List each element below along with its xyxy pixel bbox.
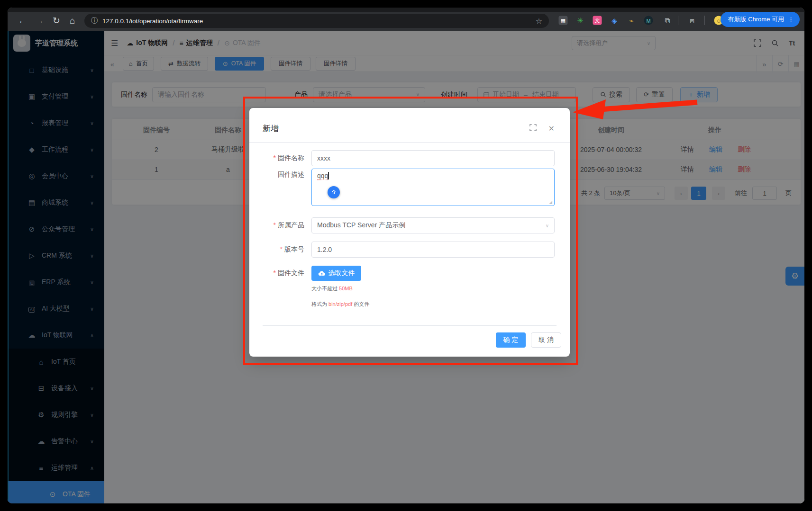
url-bar[interactable]: ⓘ 127.0.0.1/iot/operation/ota/firmware ☆ [84, 14, 549, 28]
version-field[interactable] [311, 242, 555, 258]
ime-indicator-icon [328, 186, 340, 198]
bookmark-star-icon[interactable]: ☆ [536, 17, 542, 26]
upload-cloud-icon [318, 270, 326, 277]
dialog-title: 新增 [263, 123, 279, 134]
file-size-hint: 大小不超过 50MB [311, 285, 353, 292]
site-info-icon[interactable]: ⓘ [91, 17, 98, 25]
browser-home-icon[interactable]: ⌂ [70, 16, 75, 25]
field-label-product: 所属产品 [249, 221, 304, 230]
browser-back-icon[interactable]: ← [18, 16, 27, 25]
ext-grid-icon[interactable]: ▦ [559, 16, 568, 25]
dialog-fullscreen-icon[interactable] [529, 124, 537, 133]
extensions-puzzle-icon[interactable]: ⧉ [663, 16, 672, 25]
file-size-limit: 50MB [339, 286, 353, 291]
browser-chrome: ← → ↻ ⌂ ⓘ 127.0.0.1/iot/operation/ota/fi… [8, 8, 804, 31]
select-file-button[interactable]: 选取文件 [311, 266, 361, 281]
product-select-field[interactable]: Modbus TCP Server 产品示例∨ [311, 217, 555, 233]
chrome-separator [704, 16, 705, 25]
cancel-button[interactable]: 取 消 [531, 332, 561, 348]
select-file-label: 选取文件 [328, 269, 355, 278]
dialog-header-divider [249, 142, 570, 143]
firmware-desc-textarea[interactable]: qqq ◢ [311, 169, 555, 206]
field-label-firmware-desc: 固件描述 [249, 170, 304, 179]
chrome-update-button[interactable]: 有新版 Chrome 可用 ⋮ [721, 12, 800, 27]
chrome-update-label: 有新版 Chrome 可用 [728, 15, 784, 24]
dialog-footer-divider [263, 325, 557, 326]
product-value: Modbus TCP Server 产品示例 [317, 221, 405, 230]
version-value[interactable] [317, 246, 549, 253]
chrome-menu-icon[interactable]: ⋮ [788, 16, 794, 23]
ext-kite-icon[interactable]: ◈ [610, 16, 619, 25]
file-format-hint: 格式为 bin/zip/pdf 的文件 [311, 301, 369, 308]
resize-handle[interactable]: ◢ [549, 200, 552, 205]
field-label-firmware-name: 固件名称 [249, 154, 304, 162]
screenshot-stage: ← → ↻ ⌂ ⓘ 127.0.0.1/iot/operation/ota/fi… [0, 0, 812, 511]
browser-forward-icon[interactable]: → [35, 16, 44, 25]
firmware-name-field[interactable] [311, 150, 555, 166]
confirm-button[interactable]: 确 定 [496, 332, 526, 348]
browser-reload-icon[interactable]: ↻ [53, 16, 60, 25]
url-text: 127.0.0.1/iot/operation/ota/firmware [102, 18, 536, 25]
firmware-desc-value: qqq [317, 172, 328, 179]
ext-broom-icon[interactable]: ⌁ [627, 16, 636, 25]
field-label-file: 固件文件 [249, 269, 304, 278]
browser-window: ← → ↻ ⌂ ⓘ 127.0.0.1/iot/operation/ota/fi… [8, 8, 804, 503]
browser-titlebar [8, 8, 804, 12]
ext-m-icon[interactable]: M [644, 16, 653, 25]
dialog-close-icon[interactable]: ✕ [548, 124, 555, 133]
chevron-down-icon: ∨ [546, 223, 549, 228]
inspect-page-icon[interactable]: ⧈ [688, 16, 697, 25]
add-firmware-dialog: 新增 ✕ 固件名称 固件描述 qqq ◢ 所属产品 Modbus TCP Ser… [249, 108, 570, 357]
file-format-list: bin/zip/pdf [328, 301, 352, 307]
chrome-separator [678, 16, 678, 25]
text-caret [328, 172, 329, 179]
field-label-version: 版本号 [249, 245, 304, 254]
ext-translate-icon[interactable]: 文 [593, 16, 602, 25]
ext-atom-icon[interactable]: ✳ [576, 16, 585, 25]
firmware-name-value[interactable] [317, 154, 549, 162]
